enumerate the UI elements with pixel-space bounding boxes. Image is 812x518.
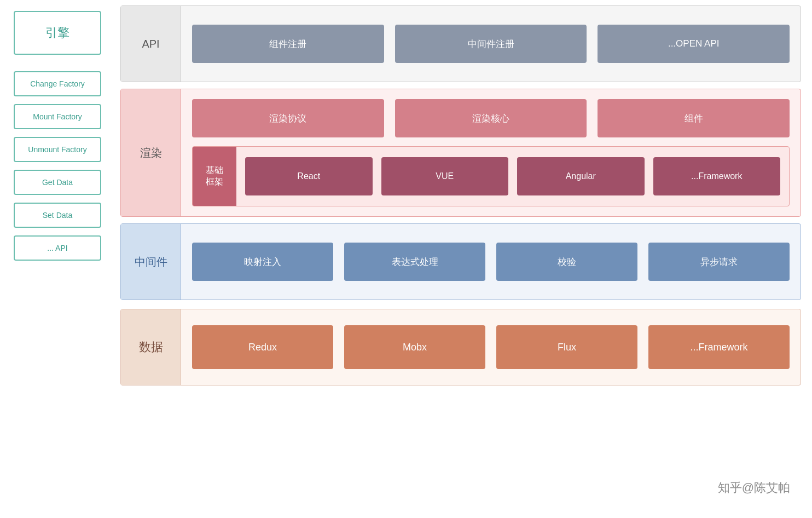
main-content: API 组件注册中间件注册...OPEN API 渲染 渲染协议渲染核心组件 基… [115, 0, 812, 518]
engine-box: 引擎 [14, 11, 101, 55]
framework-box-1: VUE [381, 157, 509, 195]
engine-label: 引擎 [45, 25, 69, 41]
render-top-box-0: 渲染协议 [192, 99, 384, 137]
middleware-box-3: 异步请求 [648, 243, 790, 281]
sidebar: 引擎 Change FactoryMount FactoryUnmount Fa… [0, 0, 115, 518]
data-box-2: Flux [496, 325, 637, 369]
data-section: 数据 ReduxMobxFlux...Framework [120, 309, 801, 385]
get-data-btn[interactable]: Get Data [14, 170, 101, 195]
render-framework-items: ReactVUEAngular...Framework [236, 147, 789, 206]
api-section: API 组件注册中间件注册...OPEN API [120, 5, 801, 82]
framework-box-0: React [245, 157, 373, 195]
data-box-1: Mobx [344, 325, 485, 369]
middleware-box-0: 映射注入 [192, 243, 333, 281]
data-section-content: ReduxMobxFlux...Framework [181, 309, 801, 385]
middleware-section-label: 中间件 [121, 224, 181, 300]
middleware-box-2: 校验 [496, 243, 637, 281]
middleware-section-content: 映射注入表达式处理校验异步请求 [181, 224, 801, 300]
middleware-box-1: 表达式处理 [344, 243, 485, 281]
set-data-btn[interactable]: Set Data [14, 203, 101, 228]
api-box-2: ...OPEN API [598, 25, 790, 63]
change-factory-btn[interactable]: Change Factory [14, 71, 101, 96]
render-top-row: 渲染协议渲染核心组件 [192, 99, 790, 137]
framework-box-2: Angular [517, 157, 645, 195]
render-section-content: 渲染协议渲染核心组件 基础 框架 ReactVUEAngular...Frame… [181, 89, 801, 216]
api-section-content: 组件注册中间件注册...OPEN API [181, 6, 801, 82]
render-section-label: 渲染 [121, 89, 181, 216]
mount-factory-btn[interactable]: Mount Factory [14, 104, 101, 129]
framework-label: 基础 框架 [193, 147, 236, 206]
data-section-label: 数据 [121, 309, 181, 385]
unmount-factory-btn[interactable]: Unmount Factory [14, 137, 101, 162]
render-top-box-2: 组件 [598, 99, 790, 137]
framework-box-3: ...Framework [653, 157, 781, 195]
api-box-0: 组件注册 [192, 25, 384, 63]
middleware-section: 中间件 映射注入表达式处理校验异步请求 [120, 223, 801, 300]
render-section: 渲染 渲染协议渲染核心组件 基础 框架 ReactVUEAngular...Fr… [120, 89, 801, 217]
render-top-box-1: 渲染核心 [395, 99, 587, 137]
data-box-0: Redux [192, 325, 333, 369]
render-bottom-row: 基础 框架 ReactVUEAngular...Framework [192, 146, 790, 206]
api-section-label: API [121, 6, 181, 82]
api-box-1: 中间件注册 [395, 25, 587, 63]
data-box-3: ...Framework [648, 325, 790, 369]
api-btn[interactable]: ... API [14, 235, 101, 261]
